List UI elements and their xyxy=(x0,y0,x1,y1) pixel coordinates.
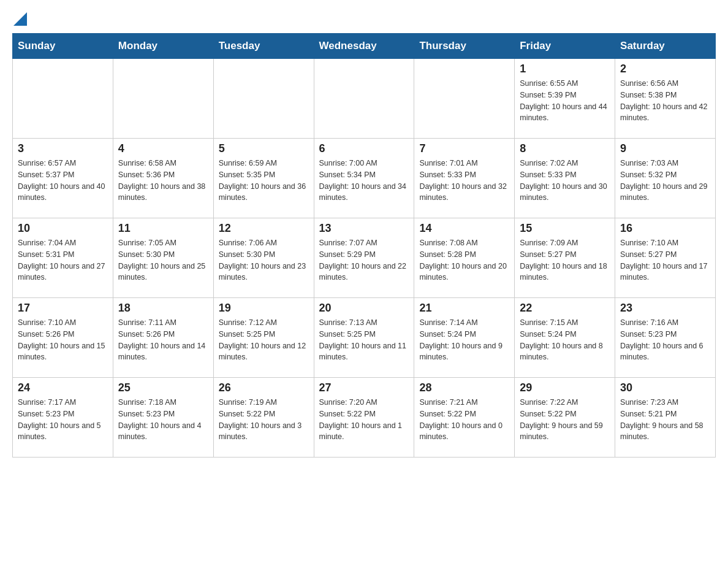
calendar-cell: 3Sunrise: 6:57 AMSunset: 5:37 PMDaylight… xyxy=(13,139,113,218)
day-info: Sunrise: 7:14 AMSunset: 5:24 PMDaylight:… xyxy=(419,317,509,363)
sunrise-text: Sunrise: 7:17 AM xyxy=(18,397,108,408)
calendar-cell xyxy=(414,59,515,139)
daylight-text: Daylight: 10 hours and 12 minutes. xyxy=(219,340,309,364)
calendar-cell: 26Sunrise: 7:19 AMSunset: 5:22 PMDayligh… xyxy=(213,378,314,458)
daylight-text: Daylight: 10 hours and 27 minutes. xyxy=(18,261,108,284)
sunrise-text: Sunrise: 7:08 AM xyxy=(419,237,509,249)
sunrise-text: Sunrise: 6:59 AM xyxy=(219,158,309,169)
sunrise-text: Sunrise: 7:06 AM xyxy=(219,237,309,249)
calendar-cell: 17Sunrise: 7:10 AMSunset: 5:26 PMDayligh… xyxy=(13,298,113,378)
day-info: Sunrise: 7:19 AMSunset: 5:22 PMDaylight:… xyxy=(219,397,309,443)
day-number: 11 xyxy=(118,222,208,235)
daylight-text: Daylight: 10 hours and 42 minutes. xyxy=(620,101,710,124)
sunrise-text: Sunrise: 7:10 AM xyxy=(18,317,108,329)
day-info: Sunrise: 6:58 AMSunset: 5:36 PMDaylight:… xyxy=(118,158,208,204)
sunrise-text: Sunrise: 7:02 AM xyxy=(520,158,610,169)
sunset-text: Sunset: 5:22 PM xyxy=(319,408,409,420)
sunrise-text: Sunrise: 6:55 AM xyxy=(520,78,610,90)
weekday-header-tuesday: Tuesday xyxy=(213,34,314,59)
sunrise-text: Sunrise: 6:58 AM xyxy=(118,158,208,169)
sunset-text: Sunset: 5:37 PM xyxy=(18,169,108,181)
logo-triangle-icon xyxy=(13,12,27,26)
sunset-text: Sunset: 5:26 PM xyxy=(18,329,108,340)
day-number: 12 xyxy=(219,222,309,235)
sunset-text: Sunset: 5:22 PM xyxy=(419,408,509,420)
day-number: 15 xyxy=(520,222,610,235)
svg-marker-0 xyxy=(13,12,27,26)
calendar-cell: 23Sunrise: 7:16 AMSunset: 5:23 PMDayligh… xyxy=(615,298,716,378)
day-number: 7 xyxy=(419,142,509,155)
daylight-text: Daylight: 10 hours and 15 minutes. xyxy=(18,340,108,364)
sunrise-text: Sunrise: 7:14 AM xyxy=(419,317,509,329)
sunset-text: Sunset: 5:27 PM xyxy=(520,249,610,261)
calendar-cell: 12Sunrise: 7:06 AMSunset: 5:30 PMDayligh… xyxy=(213,218,314,298)
sunset-text: Sunset: 5:32 PM xyxy=(620,169,710,181)
calendar-cell: 20Sunrise: 7:13 AMSunset: 5:25 PMDayligh… xyxy=(314,298,414,378)
calendar-cell: 5Sunrise: 6:59 AMSunset: 5:35 PMDaylight… xyxy=(213,139,314,218)
day-info: Sunrise: 7:07 AMSunset: 5:29 PMDaylight:… xyxy=(319,237,409,283)
day-number: 26 xyxy=(219,381,309,394)
calendar-cell xyxy=(13,59,113,139)
weekday-header-friday: Friday xyxy=(515,34,615,59)
day-info: Sunrise: 7:10 AMSunset: 5:26 PMDaylight:… xyxy=(18,317,108,363)
sunrise-text: Sunrise: 7:00 AM xyxy=(319,158,409,169)
day-info: Sunrise: 7:10 AMSunset: 5:27 PMDaylight:… xyxy=(620,237,710,283)
calendar-cell: 13Sunrise: 7:07 AMSunset: 5:29 PMDayligh… xyxy=(314,218,414,298)
sunset-text: Sunset: 5:23 PM xyxy=(118,408,208,420)
day-number: 2 xyxy=(620,63,710,75)
day-info: Sunrise: 7:13 AMSunset: 5:25 PMDaylight:… xyxy=(319,317,409,363)
daylight-text: Daylight: 10 hours and 38 minutes. xyxy=(118,181,208,204)
calendar-cell xyxy=(213,59,314,139)
weekday-header-saturday: Saturday xyxy=(615,34,716,59)
day-info: Sunrise: 7:09 AMSunset: 5:27 PMDaylight:… xyxy=(520,237,610,283)
week-row-1: 1Sunrise: 6:55 AMSunset: 5:39 PMDaylight… xyxy=(13,59,716,139)
calendar-cell: 30Sunrise: 7:23 AMSunset: 5:21 PMDayligh… xyxy=(615,378,716,458)
day-info: Sunrise: 7:08 AMSunset: 5:28 PMDaylight:… xyxy=(419,237,509,283)
day-info: Sunrise: 6:57 AMSunset: 5:37 PMDaylight:… xyxy=(18,158,108,204)
sunset-text: Sunset: 5:26 PM xyxy=(118,329,208,340)
day-number: 10 xyxy=(18,222,108,235)
day-number: 27 xyxy=(319,381,409,394)
weekday-header-row: SundayMondayTuesdayWednesdayThursdayFrid… xyxy=(13,34,716,59)
sunset-text: Sunset: 5:22 PM xyxy=(520,408,610,420)
daylight-text: Daylight: 10 hours and 4 minutes. xyxy=(118,420,208,443)
sunset-text: Sunset: 5:28 PM xyxy=(419,249,509,261)
daylight-text: Daylight: 10 hours and 36 minutes. xyxy=(219,181,309,204)
header xyxy=(12,12,716,27)
daylight-text: Daylight: 10 hours and 20 minutes. xyxy=(419,261,509,284)
day-info: Sunrise: 7:22 AMSunset: 5:22 PMDaylight:… xyxy=(520,397,610,443)
calendar-header: SundayMondayTuesdayWednesdayThursdayFrid… xyxy=(13,34,716,59)
day-number: 16 xyxy=(620,222,710,235)
daylight-text: Daylight: 10 hours and 0 minutes. xyxy=(419,420,509,443)
calendar-cell: 25Sunrise: 7:18 AMSunset: 5:23 PMDayligh… xyxy=(113,378,213,458)
sunrise-text: Sunrise: 6:57 AM xyxy=(18,158,108,169)
calendar-cell xyxy=(314,59,414,139)
day-info: Sunrise: 7:15 AMSunset: 5:24 PMDaylight:… xyxy=(520,317,610,363)
daylight-text: Daylight: 10 hours and 6 minutes. xyxy=(620,340,710,364)
daylight-text: Daylight: 9 hours and 58 minutes. xyxy=(620,420,710,443)
sunrise-text: Sunrise: 7:21 AM xyxy=(419,397,509,408)
daylight-text: Daylight: 10 hours and 11 minutes. xyxy=(319,340,409,364)
day-info: Sunrise: 7:18 AMSunset: 5:23 PMDaylight:… xyxy=(118,397,208,443)
day-info: Sunrise: 7:11 AMSunset: 5:26 PMDaylight:… xyxy=(118,317,208,363)
day-number: 8 xyxy=(520,142,610,155)
daylight-text: Daylight: 10 hours and 9 minutes. xyxy=(419,340,509,364)
day-info: Sunrise: 7:05 AMSunset: 5:30 PMDaylight:… xyxy=(118,237,208,283)
sunrise-text: Sunrise: 7:11 AM xyxy=(118,317,208,329)
day-info: Sunrise: 7:00 AMSunset: 5:34 PMDaylight:… xyxy=(319,158,409,204)
calendar-cell: 28Sunrise: 7:21 AMSunset: 5:22 PMDayligh… xyxy=(414,378,515,458)
calendar-cell: 6Sunrise: 7:00 AMSunset: 5:34 PMDaylight… xyxy=(314,139,414,218)
calendar-cell: 9Sunrise: 7:03 AMSunset: 5:32 PMDaylight… xyxy=(615,139,716,218)
calendar-cell: 11Sunrise: 7:05 AMSunset: 5:30 PMDayligh… xyxy=(113,218,213,298)
week-row-5: 24Sunrise: 7:17 AMSunset: 5:23 PMDayligh… xyxy=(13,378,716,458)
sunset-text: Sunset: 5:30 PM xyxy=(118,249,208,261)
weekday-header-sunday: Sunday xyxy=(13,34,113,59)
sunset-text: Sunset: 5:38 PM xyxy=(620,90,710,101)
sunrise-text: Sunrise: 7:07 AM xyxy=(319,237,409,249)
day-info: Sunrise: 7:21 AMSunset: 5:22 PMDaylight:… xyxy=(419,397,509,443)
sunrise-text: Sunrise: 7:13 AM xyxy=(319,317,409,329)
sunset-text: Sunset: 5:34 PM xyxy=(319,169,409,181)
sunrise-text: Sunrise: 7:19 AM xyxy=(219,397,309,408)
sunrise-text: Sunrise: 7:03 AM xyxy=(620,158,710,169)
day-info: Sunrise: 7:17 AMSunset: 5:23 PMDaylight:… xyxy=(18,397,108,443)
